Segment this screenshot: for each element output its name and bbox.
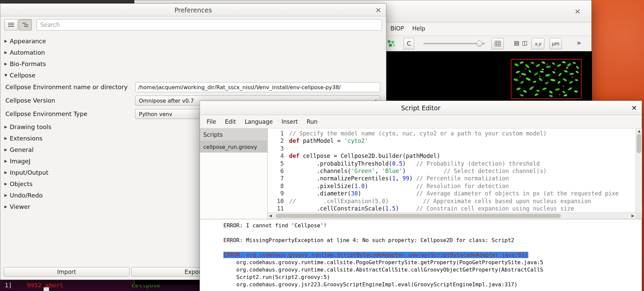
code-editor[interactable]: 1// Specify the model name (cyto, nuc, c… (268, 128, 636, 213)
script-editor-titlebar[interactable]: Script Editor ✕ (200, 101, 642, 115)
collapse-arrow-icon[interactable]: ▶ (0, 193, 10, 197)
code-segment: .channels( (289, 168, 351, 174)
code-vertical-scrollbar[interactable]: ▲ (636, 128, 642, 219)
code-line: 8 .pixelSize(1.0) // Resolution for dete… (268, 182, 636, 190)
expand-arrow-icon[interactable]: ▼ (0, 73, 10, 77)
collapse-arrow-icon[interactable]: ▶ (0, 39, 10, 43)
console-line (223, 244, 642, 251)
show-cursor-location-button[interactable]: x,y (531, 38, 544, 49)
collapse-arrow-icon[interactable]: ▶ (0, 125, 10, 129)
script-list-item-selected[interactable]: cellpose_run.groovy (200, 141, 267, 153)
pref-category-label: Undo/Redo (10, 192, 43, 199)
collapse-arrow-icon[interactable]: ▶ (0, 136, 10, 140)
menu-insert[interactable]: Insert (281, 118, 298, 125)
code-segment: ) (358, 190, 416, 197)
import-button[interactable]: Import (4, 267, 129, 277)
vertical-scroll-thumb[interactable] (637, 134, 641, 153)
code-line: 10// .cellExpansion(5.0) // Approximate … (268, 197, 636, 205)
script-editor-title: Script Editor (401, 104, 440, 112)
line-number: 8 (268, 182, 284, 190)
code-segment: .probabilityThreshold( (289, 160, 392, 167)
code-segment: cellpose = Cellpose2D.builder(pathModel) (300, 153, 440, 159)
cellpose-environment-input[interactable] (135, 82, 380, 92)
code-line: 2def pathModel = 'cyto2' (268, 137, 636, 144)
pref-category-label: Cellpose (10, 72, 36, 79)
line-number: 6 (268, 167, 284, 175)
desktop: 1]9952 abortcellpose × BIOP Help C (0, 0, 644, 291)
collapse-arrow-icon[interactable]: ▶ (0, 62, 10, 66)
code-segment: // Constrain cell expansion using nucleu… (416, 205, 574, 212)
preferences-close-icon[interactable]: × (375, 6, 381, 14)
menu-run[interactable]: Run (307, 118, 318, 125)
pref-category-appearance[interactable]: ▶Appearance (0, 35, 386, 47)
menu-language[interactable]: Language (245, 118, 273, 125)
code-text: .cellConstrainScale(1.5) // Constrain ce… (289, 205, 574, 212)
code-segment: .cellConstrainScale( (289, 205, 385, 212)
toolbar-overflow-chevron[interactable]: » (577, 39, 581, 47)
menu-file[interactable]: File (207, 118, 216, 125)
script-editor-window: Script Editor ✕ File Edit Language Inser… (200, 101, 642, 291)
line-number: 3 (268, 145, 284, 152)
console-error-line-selected: ERROR: org.codehaus.groovy.runtime.Scrip… (223, 251, 642, 259)
pref-property-row: Cellpose Environment name or directory (0, 81, 386, 94)
collapse-arrow-icon[interactable]: ▶ (0, 170, 10, 175)
script-editor-close-icon[interactable]: ✕ (631, 105, 637, 111)
detections-icon[interactable] (386, 39, 396, 49)
collapse-arrow-icon[interactable]: ▶ (0, 148, 10, 152)
code-text: def pathModel = 'cyto2' (289, 137, 368, 144)
qupath-menu-biop[interactable]: BIOP (390, 25, 404, 32)
console-line: ERROR: MissingPropertyException at line … (223, 237, 642, 244)
pref-property-label: Cellpose Environment name or directory (5, 83, 127, 91)
qupath-close-icon[interactable]: × (575, 8, 581, 15)
code-text: .normalizePercentiles(1, 99) // Percenti… (289, 175, 509, 182)
scroll-left-icon[interactable]: ◀ (269, 214, 272, 218)
selected-error-text: ERROR: org.codehaus.groovy.runtime.Scrip… (223, 252, 528, 258)
code-segment: // Average diameter of objects in px (at… (416, 190, 619, 197)
fluorescence-image (511, 59, 582, 99)
console-line: org.codehaus.groovy.jsr223.GroovyScriptE… (223, 281, 642, 288)
opacity-slider-thumb[interactable] (476, 41, 482, 47)
code-line: 9 .diameter(30) // Average diameter of o… (268, 190, 636, 197)
code-segment: // .cellExpansion(5.0) // Approximate ce… (289, 198, 591, 205)
code-segment: 0.5 (392, 160, 402, 167)
line-number: 2 (268, 137, 284, 144)
line-number: 10 (268, 197, 284, 205)
channel-viewer-button[interactable]: C (404, 38, 414, 49)
preferences-titlebar[interactable]: Preferences × (0, 4, 386, 16)
code-horizontal-scrollbar[interactable]: ◀ ▶ (268, 213, 636, 219)
grid-icon (495, 41, 501, 46)
qupath-menu-help[interactable]: Help (412, 25, 425, 32)
line-number: 9 (268, 190, 284, 197)
line-number: 5 (268, 160, 284, 167)
scroll-up-icon[interactable]: ▲ (636, 129, 642, 133)
console-output[interactable]: ERROR: I cannot find 'Cellpose'!ERROR: M… (200, 219, 642, 291)
code-segment: def (289, 137, 300, 144)
code-segment: 'cyto2' (344, 137, 368, 144)
code-line: 5 .probabilityThreshold(0.5) // Probabil… (268, 160, 636, 167)
collapse-arrow-icon[interactable]: ▶ (0, 205, 10, 209)
pref-category-label: Drawing tools (10, 123, 51, 130)
opacity-slider[interactable] (423, 43, 485, 44)
overlay-icon[interactable]: ◫ (522, 40, 527, 46)
pref-category-bio-formats[interactable]: ▶Bio-Formats (0, 58, 386, 69)
pref-category-cellpose[interactable]: ▼Cellpose (0, 69, 386, 81)
horizontal-scroll-thumb[interactable] (276, 214, 561, 218)
collapse-arrow-icon[interactable]: ▶ (0, 50, 10, 55)
line-number: 1 (268, 130, 284, 137)
show-scalebar-button[interactable]: µm (549, 38, 562, 49)
combo-value: Python venv (139, 111, 172, 117)
code-segment: 1.5 (385, 205, 396, 212)
script-editor-menubar: File Edit Language Insert Run (200, 115, 642, 128)
code-line: 3 (268, 145, 636, 152)
code-segment: .normalizePercentiles( (289, 175, 392, 182)
pref-category-automation[interactable]: ▶Automation (0, 47, 386, 58)
scroll-right-icon[interactable]: ▶ (632, 214, 634, 218)
collapse-arrow-icon[interactable]: ▶ (0, 159, 10, 163)
code-segment: // Select detection channel(s) (444, 168, 547, 174)
annotation-names-icon[interactable]: ▤ (514, 40, 519, 46)
grid-button[interactable] (491, 38, 504, 49)
code-segment: ) (365, 183, 416, 189)
collapse-arrow-icon[interactable]: ▶ (0, 182, 10, 186)
code-text: .diameter(30) // Average diameter of obj… (289, 190, 619, 197)
menu-edit[interactable]: Edit (225, 118, 236, 125)
